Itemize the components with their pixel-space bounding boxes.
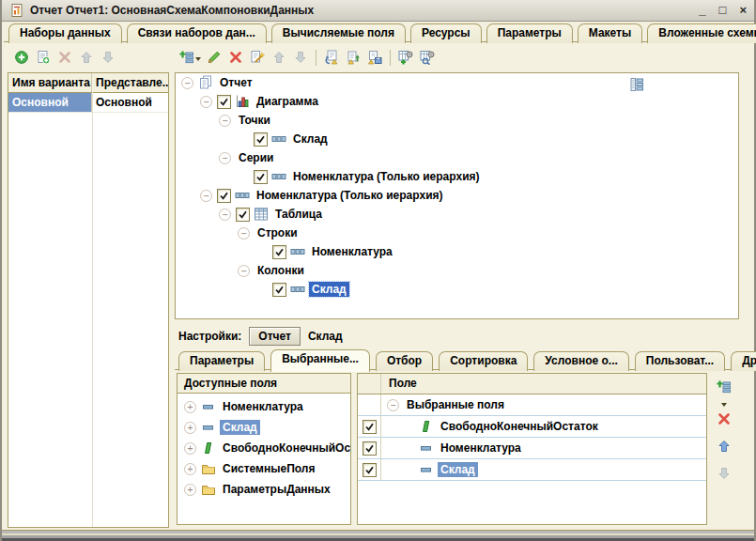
expand-minus-icon[interactable]: − <box>181 77 193 89</box>
available-field-label: СвободноКонечныйОстат... <box>220 441 351 456</box>
expand-minus-icon[interactable]: − <box>200 96 212 108</box>
checkbox[interactable] <box>254 132 268 147</box>
tree-item[interactable]: −Диаграмма <box>176 92 738 111</box>
variants-column-header[interactable]: Представле... <box>92 73 168 92</box>
checkbox[interactable] <box>254 170 268 184</box>
checkbox[interactable] <box>272 245 286 259</box>
settings-tab-7[interactable]: Другие нас... <box>731 351 756 371</box>
variant-cell[interactable]: Основной <box>92 93 168 112</box>
variants-table: Имя вариантаПредставле... ОсновнойОсновн… <box>8 72 169 528</box>
main-tab-7[interactable]: Вложенные схемы <box>647 23 756 43</box>
selected-field-row[interactable]: −Выбранные поля <box>358 394 706 416</box>
delete-setting-button[interactable] <box>226 48 245 67</box>
window-title: Отчет Отчет1: ОсновнаяСхемаКомпоновкиДан… <box>30 4 693 17</box>
add-setting-button[interactable] <box>177 48 202 67</box>
expand-plus-icon[interactable]: + <box>184 401 196 413</box>
tree-item[interactable]: −Таблица <box>176 205 738 224</box>
add-field-button[interactable] <box>715 378 733 396</box>
tree-item[interactable]: Склад <box>176 130 738 148</box>
main-tab-5[interactable]: Параметры <box>486 23 573 43</box>
main-tab-2[interactable]: Связи наборов дан... <box>127 23 267 43</box>
expand-minus-icon[interactable]: − <box>387 399 399 411</box>
tree-item[interactable]: −Номенклатура (Только иерархия) <box>176 186 738 205</box>
tree-item[interactable]: −Серии <box>176 148 738 167</box>
expand-minus-icon[interactable]: − <box>219 115 231 127</box>
variant-cell[interactable]: Основной <box>8 93 92 112</box>
expand-plus-icon[interactable]: + <box>184 422 196 434</box>
main-tab-6[interactable]: Макеты <box>578 23 642 43</box>
report-scope-button[interactable]: Отчет <box>249 327 301 346</box>
selected-field-row[interactable]: Номенклатура <box>358 438 706 459</box>
expand-minus-icon[interactable]: − <box>219 152 231 164</box>
composition-add-button[interactable] <box>396 48 415 67</box>
settings-tab-5[interactable]: Условное о... <box>533 351 628 371</box>
main-tab-1[interactable]: Наборы данных <box>8 23 122 43</box>
close-button[interactable]: × <box>739 2 747 19</box>
available-field-item[interactable]: +Номенклатура <box>177 396 350 417</box>
expand-minus-icon[interactable]: − <box>200 190 212 202</box>
tree-item[interactable]: −Колонки <box>176 261 738 280</box>
settings-tab-2[interactable]: Выбранные... <box>270 349 370 372</box>
add-field-button-dropdown-arrow[interactable] <box>721 403 727 410</box>
settings-tab-4[interactable]: Сортировка <box>439 351 528 371</box>
save-settings-button[interactable] <box>365 48 384 67</box>
checkbox[interactable] <box>363 463 377 477</box>
composition-check-button[interactable] <box>418 48 437 67</box>
minimize-button[interactable]: _ <box>699 2 705 19</box>
structure-list-icon[interactable] <box>629 77 644 92</box>
tree-item[interactable]: −Строки <box>176 224 738 242</box>
settings-structure-tree: −Отчет−Диаграмма−ТочкиСклад−СерииНоменкл… <box>175 72 739 319</box>
move-field-up-button[interactable] <box>715 437 733 456</box>
available-field-item[interactable]: +СвободноКонечныйОстат... <box>177 438 350 458</box>
tree-item[interactable]: Склад <box>176 280 738 299</box>
settings-tab-1[interactable]: Параметры <box>178 351 265 371</box>
move-setting-up-button <box>270 48 288 67</box>
load-settings-button[interactable] <box>344 48 363 67</box>
maximize-button[interactable]: □ <box>719 2 727 19</box>
checkbox[interactable] <box>272 283 286 297</box>
checkbox[interactable] <box>363 420 377 434</box>
settings-tab-3[interactable]: Отбор <box>376 351 433 371</box>
tree-item-label: Таблица <box>272 207 325 222</box>
settings-tab-6[interactable]: Пользоват... <box>635 351 725 371</box>
restore-settings-button[interactable] <box>322 48 341 67</box>
selected-field-row[interactable]: СвободноКонечныйОстаток <box>358 416 706 438</box>
checkbox[interactable] <box>363 441 377 456</box>
selected-field-row[interactable]: Склад <box>358 459 706 481</box>
variants-panel: Имя вариантаПредставле... ОсновнойОсновн… <box>8 43 169 528</box>
add-variant-button[interactable] <box>12 48 31 67</box>
tree-item-label: Строки <box>255 225 301 240</box>
settings-context-label[interactable]: Склад <box>308 330 343 343</box>
checkbox[interactable] <box>217 189 231 203</box>
variants-column-header[interactable]: Имя варианта <box>8 73 92 92</box>
field-cols-icon <box>271 169 286 184</box>
move-variant-up-button <box>77 48 96 67</box>
main-tab-3[interactable]: Вычисляемые поля <box>271 23 406 43</box>
tree-item[interactable]: −Отчет <box>176 73 738 92</box>
variant-row[interactable]: ОсновнойОсновной <box>8 93 168 113</box>
add-setting-button-dropdown-arrow[interactable] <box>195 57 201 64</box>
tree-item[interactable]: Номенклатура <box>176 242 738 261</box>
tree-item[interactable]: Номенклатура (Только иерархия) <box>176 167 738 186</box>
report-doc-icon <box>198 75 213 90</box>
expand-minus-icon[interactable]: − <box>238 227 250 240</box>
expand-minus-icon[interactable]: − <box>219 209 231 221</box>
checkbox[interactable] <box>217 95 231 109</box>
checkbox[interactable] <box>236 208 250 222</box>
expand-plus-icon[interactable]: + <box>184 484 196 496</box>
expand-plus-icon[interactable]: + <box>184 463 196 475</box>
selected-field-label: Склад <box>438 462 478 477</box>
available-field-item[interactable]: +ПараметрыДанных <box>177 479 350 500</box>
settings-wizard-button[interactable] <box>248 48 267 67</box>
expand-plus-icon[interactable]: + <box>184 442 196 455</box>
tree-item[interactable]: −Точки <box>176 111 738 130</box>
delete-field-button[interactable] <box>715 410 733 428</box>
content-area: Имя вариантаПредставле... ОсновнойОсновн… <box>4 43 752 530</box>
expand-minus-icon[interactable]: − <box>238 265 250 277</box>
available-field-item[interactable]: +Склад <box>177 417 350 438</box>
available-field-item[interactable]: +СистемныеПоля <box>177 458 350 479</box>
copy-variant-button[interactable] <box>34 48 53 67</box>
resource-bar-icon <box>201 441 216 456</box>
main-tab-4[interactable]: Ресурсы <box>410 23 482 43</box>
edit-setting-button[interactable] <box>205 48 224 67</box>
